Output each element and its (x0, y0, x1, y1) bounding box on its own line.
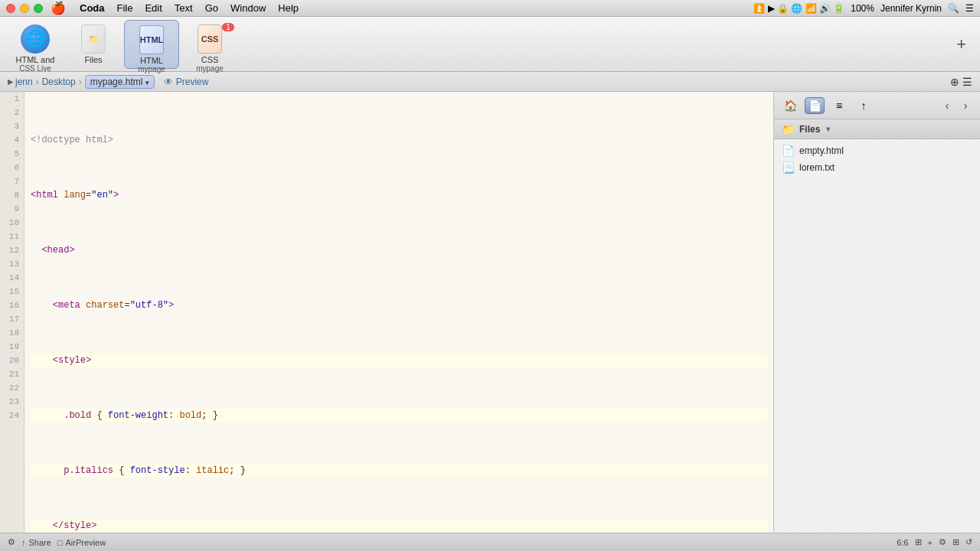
breadcrumb-jenn[interactable]: jenn (15, 77, 33, 87)
menu-file[interactable]: File (117, 2, 133, 14)
expand-icon[interactable]: ⊞ (915, 537, 922, 547)
share-button[interactable]: ↑ Share (21, 538, 51, 547)
apple-menu[interactable]: 🍎 (51, 1, 66, 15)
breadcrumb-list-icon[interactable]: ☰ (962, 76, 972, 88)
sidebar-nav-left[interactable]: ‹ (939, 97, 956, 114)
menubar: 🍎 Coda File Edit Text Go Window Help ⏫ ▶… (0, 0, 980, 17)
statusbar-settings-btn[interactable]: ⚙ (8, 537, 15, 547)
breadcrumb-desktop[interactable]: Desktop (42, 77, 76, 87)
statusbar-right: 6:6 ⊞ + ⚙ ⊞ ↺ (897, 537, 972, 547)
preview-label: Preview (176, 77, 209, 87)
menu-window[interactable]: Window (230, 2, 266, 14)
breadcrumb: ▶ jenn › Desktop › mypage.html ▾ 👁 Previ… (0, 72, 980, 92)
css-file-icon: CSS (194, 24, 225, 54)
code-line-2: <html lang="en"> (31, 188, 767, 202)
code-area[interactable]: <!doctype html> <html lang="en"> <head> … (24, 92, 773, 533)
menu-go[interactable]: Go (205, 2, 218, 14)
sidebar: 🏠 📄 ≡ ↑ ‹ › 📁 Files ▾ 📄 empty.html 📃 lor… (773, 92, 980, 533)
editor-content: 1234 5678 9101112 13141516 17181920 2122… (0, 92, 773, 533)
close-button[interactable] (6, 4, 15, 13)
sidebar-upload-btn[interactable]: ↑ (854, 97, 874, 114)
add-icon[interactable]: + (928, 538, 933, 547)
main-area: 1234 5678 9101112 13141516 17181920 2122… (0, 92, 980, 533)
window-controls (6, 4, 43, 13)
eye-icon: 👁 (164, 77, 173, 87)
html-file-icon: HTML (136, 25, 167, 54)
tab-files[interactable]: 📁 Files (66, 20, 121, 69)
code-line-8: </style> (31, 519, 767, 533)
code-line-6: .bold { font-weight: bold; } (31, 409, 767, 422)
breadcrumb-right: ⊕ ☰ (950, 76, 972, 88)
sidebar-toolbar: 🏠 📄 ≡ ↑ ‹ › (774, 92, 980, 119)
menubar-icons: ⏫ ▶ 🔒 🌐 📶 🔊 🔋 (753, 3, 844, 14)
search-icon[interactable]: 🔍 (948, 3, 959, 14)
airplay-icon: □ (57, 538, 63, 547)
folder-icon: 📁 (78, 24, 109, 54)
code-line-3: <head> (31, 243, 767, 257)
editor[interactable]: 1234 5678 9101112 13141516 17181920 2122… (0, 92, 773, 533)
menu-text[interactable]: Text (175, 2, 193, 14)
user-name: Jennifer Kyrnin (880, 3, 942, 14)
share-icon: ↑ (21, 538, 26, 547)
tab-label-css: CSS (201, 55, 219, 64)
file-empty-html[interactable]: 📄 empty.html (774, 142, 980, 159)
add-tab-button[interactable]: + (950, 28, 972, 60)
share-label: Share (29, 538, 51, 547)
sidebar-header: 📁 Files ▾ (774, 119, 980, 139)
gear-icon[interactable]: ⚙ (939, 537, 946, 547)
code-line-4: <meta charset="utf-8"> (31, 298, 767, 312)
folder-header-icon: 📁 (782, 123, 795, 135)
breadcrumb-current[interactable]: mypage.html ▾ (85, 75, 155, 89)
airpreview-label: AirPreview (66, 538, 106, 547)
tab-label-files: Files (84, 55, 102, 64)
menubar-right: ⏫ ▶ 🔒 🌐 📶 🔊 🔋 100% Jennifer Kyrnin 🔍 ☰ (753, 3, 974, 14)
sidebar-text-btn[interactable]: ≡ (829, 97, 849, 114)
line-numbers: 1234 5678 9101112 13141516 17181920 2122… (0, 92, 24, 533)
tab-html-css-live[interactable]: 🌐 HTML and CSS Live (8, 20, 63, 69)
tab-label-html-css-live-2: CSS Live (19, 64, 51, 73)
toolbar: 🌐 HTML and CSS Live 📁 Files HTML HTML my… (0, 17, 980, 72)
file-lorem-txt-label: lorem.txt (799, 162, 835, 173)
menu-edit[interactable]: Edit (145, 2, 162, 14)
code-line-1: <!doctype html> (31, 133, 767, 147)
settings-icon: ⚙ (8, 537, 15, 547)
file-lorem-txt[interactable]: 📃 lorem.txt (774, 159, 980, 176)
breadcrumb-preview[interactable]: 👁 Preview (164, 77, 209, 87)
tab-label-html-css-live-1: HTML and (16, 55, 55, 64)
tab-label-mypage-html: mypage (138, 65, 165, 73)
menu-coda[interactable]: Coda (80, 2, 105, 14)
sidebar-files-btn[interactable]: 📄 (805, 97, 825, 114)
html-icon: 📄 (782, 145, 795, 157)
tab-label-html: HTML (140, 56, 163, 65)
statusbar: ⚙ ↑ Share □ AirPreview 6:6 ⊞ + ⚙ ⊞ ↺ (0, 533, 980, 551)
breadcrumb-plus-icon[interactable]: ⊕ (950, 76, 959, 88)
sidebar-nav-btns: ‹ › (939, 97, 974, 114)
css-badge: 1 (222, 23, 234, 31)
code-line-5: <style> (31, 354, 767, 367)
refresh-icon[interactable]: ↺ (965, 537, 972, 547)
menu-help[interactable]: Help (278, 2, 299, 14)
sidebar-dropdown-icon[interactable]: ▾ (826, 125, 830, 133)
globe-icon: 🌐 (20, 24, 51, 54)
sidebar-files: 📄 empty.html 📃 lorem.txt (774, 139, 980, 533)
tab-label-mypage-css: mypage (196, 64, 224, 73)
airpreview-button[interactable]: □ AirPreview (57, 538, 106, 547)
txt-icon: 📃 (782, 161, 795, 174)
breadcrumb-arrow-icon: ▶ (8, 77, 14, 86)
tab-html-mypage[interactable]: HTML HTML mypage (124, 20, 179, 69)
cursor-position: 6:6 (897, 538, 908, 547)
minimize-button[interactable] (20, 4, 29, 13)
sidebar-header-label: Files (799, 124, 820, 135)
code-line-7: p.italics { font-style: italic; } (31, 464, 767, 478)
battery-percent: 100% (851, 3, 874, 14)
grid-icon[interactable]: ⊞ (952, 537, 959, 547)
tab-css-mypage[interactable]: 1 CSS CSS mypage (182, 20, 237, 69)
menu-icon[interactable]: ☰ (965, 3, 974, 14)
maximize-button[interactable] (34, 4, 43, 13)
sidebar-nav-right[interactable]: › (957, 97, 974, 114)
sidebar-home-btn[interactable]: 🏠 (780, 97, 800, 114)
breadcrumb-sep-2: › (79, 77, 82, 87)
breadcrumb-sep-1: › (36, 77, 39, 87)
file-empty-html-label: empty.html (799, 145, 844, 156)
